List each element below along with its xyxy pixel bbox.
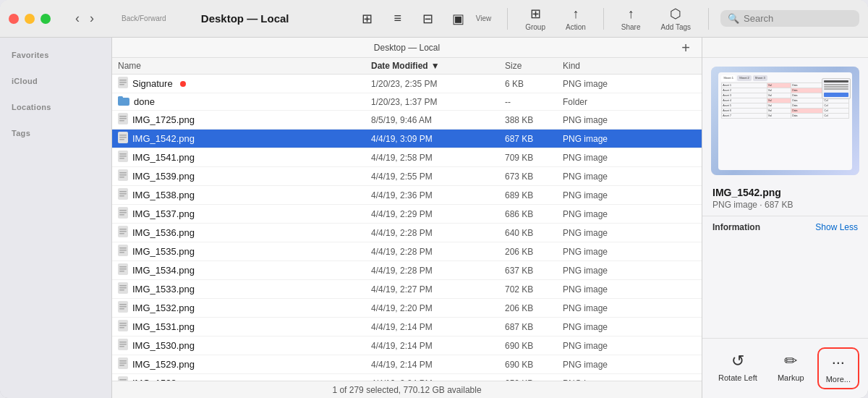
svg-rect-49 <box>119 308 124 310</box>
share-label: Share <box>621 23 641 31</box>
table-row[interactable]: IMG_1535.png4/4/19, 2:28 PM206 KBPNG ima… <box>112 242 702 261</box>
table-row[interactable]: IMG_1541.png4/4/19, 2:58 PM709 KBPNG ima… <box>112 148 702 167</box>
file-list[interactable]: Signature1/20/23, 2:35 PM6 KBPNG imagedo… <box>112 75 702 381</box>
file-area: Desktop — Local + Name Date Modified ▼ S… <box>112 38 702 398</box>
filename: IMG_1530.png <box>132 340 195 351</box>
file-icon <box>118 245 128 258</box>
filename: IMG_1533.png <box>132 284 195 295</box>
table-row[interactable]: IMG_1725.png8/5/19, 9:46 AM388 KBPNG ima… <box>112 111 702 130</box>
preview-info-label: Information <box>712 222 760 232</box>
filename: done <box>134 96 155 107</box>
svg-rect-31 <box>119 229 127 230</box>
file-kind: PNG image <box>563 247 608 257</box>
filename: IMG_1542.png <box>132 133 195 144</box>
table-row[interactable]: IMG_1536.png4/4/19, 2:28 PM640 KBPNG ima… <box>112 224 702 242</box>
maximize-button[interactable] <box>41 14 51 24</box>
add-button[interactable]: + <box>676 38 696 58</box>
file-date: 4/4/19, 2:27 PM <box>371 284 505 295</box>
file-icon <box>118 339 128 352</box>
rotate-left-label: Rotate Left <box>718 373 757 382</box>
table-row[interactable]: IMG_1529.png4/4/19, 2:14 PM690 KBPNG ima… <box>112 355 702 374</box>
file-icon <box>118 320 128 334</box>
svg-rect-16 <box>119 156 127 157</box>
preview-actions: ↺ Rotate Left ✏︎ Markup ··· More... <box>702 338 868 398</box>
svg-rect-11 <box>119 135 127 136</box>
forward-button[interactable]: › <box>85 9 98 27</box>
table-row[interactable]: IMG_1531.png4/4/19, 2:14 PM687 KBPNG ima… <box>112 318 702 336</box>
table-row[interactable]: IMG_1532.png4/4/19, 2:20 PM206 KBPNG ima… <box>112 299 702 318</box>
file-date: 4/4/19, 2:14 PM <box>371 360 505 370</box>
file-date: 4/4/19, 2:28 PM <box>371 247 505 257</box>
svg-rect-59 <box>119 360 127 362</box>
table-row[interactable]: IMG_1533.png4/4/19, 2:27 PM702 KBPNG ima… <box>112 280 702 299</box>
minimize-button[interactable] <box>25 14 35 24</box>
file-size: 686 KB <box>505 209 563 219</box>
svg-rect-12 <box>119 137 127 138</box>
table-row[interactable]: IMG_1538.png4/4/19, 2:36 PM689 KBPNG ima… <box>112 186 702 205</box>
table-row[interactable]: IMG_1542.png4/4/19, 3:09 PM687 KBPNG ima… <box>112 130 702 148</box>
file-date: 4/4/19, 2:20 PM <box>371 303 505 313</box>
file-kind: PNG image <box>563 378 608 381</box>
action-label: Action <box>566 23 586 31</box>
column-headers: Name Date Modified ▼ Size Kind <box>112 58 702 75</box>
markup-button[interactable]: ✏︎ Markup <box>770 347 812 389</box>
action-button[interactable]: ↑ Action <box>560 4 592 34</box>
group-label: Group <box>525 23 545 31</box>
grid-view-button[interactable]: ⊞ <box>353 8 382 30</box>
col-header-kind: Kind <box>563 61 580 71</box>
group-button[interactable]: ⊞ Group <box>519 3 551 34</box>
preview-thumbnail: Sheet 1 Sheet 2 Sheet 3 Asset 1ValDataCo… <box>711 67 859 175</box>
file-date: 4/4/19, 2:04 PM <box>371 378 505 381</box>
markup-icon: ✏︎ <box>784 352 797 371</box>
back-button[interactable]: ‹ <box>71 9 84 27</box>
sort-icon: ▼ <box>431 61 440 71</box>
columns-view-button[interactable]: ⊟ <box>414 8 443 30</box>
table-row[interactable]: done1/20/23, 1:37 PM--Folder <box>112 93 702 111</box>
svg-rect-41 <box>119 271 124 272</box>
svg-rect-2 <box>119 82 127 83</box>
table-row[interactable]: IMG_1537.png4/4/19, 2:29 PM686 KBPNG ima… <box>112 205 702 224</box>
rotate-left-button[interactable]: ↺ Rotate Left <box>711 347 765 389</box>
file-date: 4/4/19, 2:58 PM <box>371 153 505 163</box>
thumbnail-content: Sheet 1 Sheet 2 Sheet 3 Asset 1ValDataCo… <box>711 67 859 175</box>
filename: IMG_1538.png <box>132 190 195 200</box>
file-icon <box>118 376 128 381</box>
search-input[interactable] <box>744 13 852 24</box>
path-label: Desktop — Local <box>374 43 440 53</box>
svg-rect-23 <box>119 191 127 192</box>
file-date: 4/4/19, 2:28 PM <box>371 266 505 276</box>
table-row[interactable]: IMG_1534.png4/4/19, 2:28 PM637 KBPNG ima… <box>112 261 702 280</box>
table-row[interactable]: IMG_1539.png4/4/19, 2:55 PM673 KBPNG ima… <box>112 167 702 186</box>
table-row[interactable]: IMG_1530.png4/4/19, 2:14 PM690 KBPNG ima… <box>112 336 702 355</box>
preview-filename: IMG_1542.png <box>702 184 868 200</box>
svg-rect-48 <box>119 306 127 308</box>
svg-rect-33 <box>119 233 124 234</box>
action-icon: ↑ <box>572 7 579 22</box>
file-kind: PNG image <box>563 190 608 200</box>
file-icon <box>118 151 128 164</box>
tags-icon: ⬡ <box>670 6 681 22</box>
file-kind: Folder <box>563 97 587 107</box>
list-view-button[interactable]: ≡ <box>383 8 412 29</box>
show-less-button[interactable]: Show Less <box>815 222 858 232</box>
more-button[interactable]: ··· More... <box>817 347 859 389</box>
file-date: 4/4/19, 2:28 PM <box>371 228 505 238</box>
close-button[interactable] <box>9 14 19 24</box>
gallery-view-button[interactable]: ▣ <box>444 8 473 30</box>
file-size: 690 KB <box>505 360 563 370</box>
share-icon: ↑ <box>628 7 634 22</box>
file-kind: PNG image <box>563 79 608 89</box>
svg-rect-61 <box>119 365 124 366</box>
add-tags-button[interactable]: ⬡ Add Tags <box>655 3 697 34</box>
file-date: 8/5/19, 9:46 AM <box>371 115 505 125</box>
share-button[interactable]: ↑ Share <box>616 4 647 34</box>
more-icon: ··· <box>832 353 845 372</box>
file-size: 6 KB <box>505 79 563 89</box>
table-row[interactable]: Signature1/20/23, 2:35 PM6 KBPNG image <box>112 75 702 93</box>
file-icon <box>118 96 129 108</box>
table-row[interactable]: IMG_1528.png4/4/19, 2:04 PM650 KBPNG ima… <box>112 374 702 381</box>
file-icon <box>118 169 128 183</box>
col-header-date[interactable]: Date Modified ▼ <box>371 61 505 71</box>
file-kind: PNG image <box>563 360 608 370</box>
search-bar[interactable]: 🔍 <box>720 10 859 27</box>
